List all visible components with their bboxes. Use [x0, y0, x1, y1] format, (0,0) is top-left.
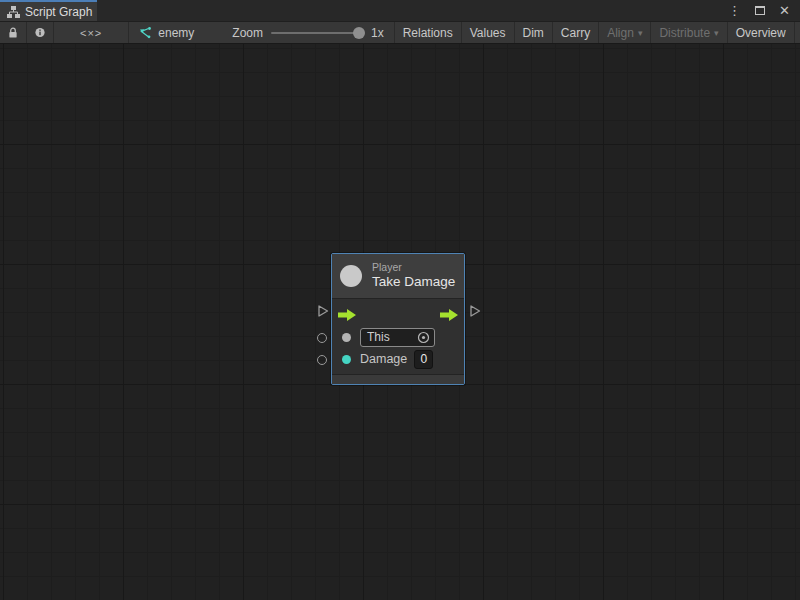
- info-icon: [35, 26, 45, 39]
- this-object-field[interactable]: This: [360, 328, 435, 347]
- dim-button[interactable]: Dim: [514, 22, 552, 43]
- damage-port-dot[interactable]: [342, 355, 351, 364]
- node-header[interactable]: Player Take Damage: [332, 254, 464, 299]
- window-menu-icon[interactable]: ⋮: [728, 4, 741, 17]
- toggle-values-inspection-button[interactable]: <×>: [54, 22, 128, 43]
- tab-strip: Script Graph ⋮ ✕: [0, 0, 800, 21]
- flow-output-port-outer[interactable]: [469, 304, 481, 321]
- flow-port-triangle-icon: [469, 304, 481, 318]
- chevron-down-icon: ▾: [714, 28, 719, 38]
- node-titles: Player Take Damage: [372, 261, 455, 291]
- flow-ports-row: [332, 304, 464, 326]
- this-field-value: This: [367, 330, 417, 344]
- graph-name-label: enemy: [158, 26, 194, 40]
- lock-button[interactable]: [0, 22, 26, 43]
- carry-button[interactable]: Carry: [552, 22, 598, 43]
- flow-in-arrow-icon[interactable]: [338, 309, 356, 321]
- script-graph-icon: [7, 6, 20, 18]
- tabstrip-spacer: [97, 0, 728, 21]
- node-body: This Damage 0: [332, 299, 464, 384]
- damage-input-row: Damage 0: [332, 348, 464, 370]
- graph-toolbar: <×> enemy Zoom 1x Relations Values Dim: [0, 21, 800, 44]
- node-target-label: Player: [372, 261, 455, 274]
- game-object-icon: [340, 265, 362, 287]
- overview-button[interactable]: Overview: [727, 22, 794, 43]
- maximize-icon[interactable]: [755, 6, 765, 15]
- flow-port-triangle-icon: [317, 304, 329, 318]
- this-input-port-outer[interactable]: [317, 333, 327, 343]
- node-title: Take Damage: [372, 274, 455, 291]
- zoom-label: Zoom: [232, 26, 263, 40]
- graph-canvas[interactable]: Player Take Damage This: [0, 44, 800, 600]
- flow-out-arrow-icon[interactable]: [440, 309, 458, 321]
- zoom-control: Zoom 1x: [204, 26, 393, 40]
- damage-port-label: Damage: [360, 352, 407, 366]
- damage-input-port-outer[interactable]: [317, 355, 327, 365]
- take-damage-node[interactable]: Player Take Damage This: [331, 253, 465, 385]
- chevron-down-icon: ▾: [638, 28, 643, 38]
- values-button[interactable]: Values: [461, 22, 514, 43]
- angle-brackets-icon: <×>: [62, 27, 120, 39]
- this-input-row: This: [332, 326, 464, 348]
- full-screen-button[interactable]: Full Screen: [794, 22, 800, 43]
- tab-title: Script Graph: [25, 5, 92, 19]
- this-port-dot[interactable]: [342, 333, 351, 342]
- lock-icon: [8, 27, 18, 39]
- damage-value-field[interactable]: 0: [414, 350, 433, 369]
- distribute-dropdown-button[interactable]: Distribute▾: [650, 22, 726, 43]
- zoom-value: 1x: [371, 26, 384, 40]
- graph-icon: [139, 26, 153, 39]
- flow-input-port-outer[interactable]: [317, 304, 329, 321]
- align-dropdown-button[interactable]: Align▾: [598, 22, 650, 43]
- zoom-slider[interactable]: [271, 32, 363, 34]
- close-icon[interactable]: ✕: [779, 4, 790, 17]
- window-controls: ⋮ ✕: [728, 0, 800, 21]
- graph-breadcrumb[interactable]: enemy: [129, 26, 204, 40]
- tab-script-graph[interactable]: Script Graph: [0, 0, 97, 21]
- relations-button[interactable]: Relations: [394, 22, 461, 43]
- zoom-slider-knob[interactable]: [353, 27, 365, 39]
- damage-value: 0: [420, 352, 427, 366]
- info-button[interactable]: [27, 22, 53, 43]
- script-graph-window: Script Graph ⋮ ✕ <×>: [0, 0, 800, 600]
- object-picker-icon[interactable]: [417, 331, 430, 344]
- node-footer: [332, 374, 464, 384]
